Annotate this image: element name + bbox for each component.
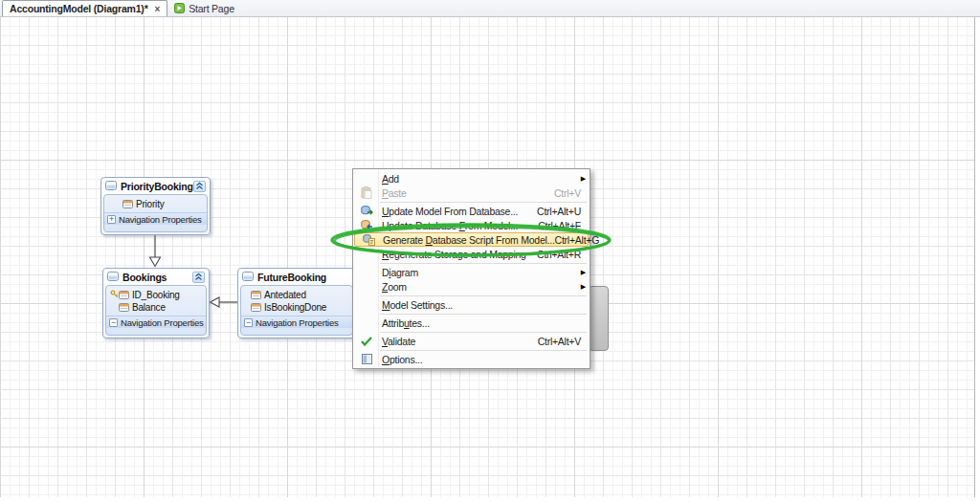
entity-priority-booking[interactable]: PriorityBooking Priority + Navigation Pr…: [100, 177, 211, 235]
navigation-properties-band[interactable]: + Navigation Properties: [104, 212, 207, 225]
menu-item-model-settings[interactable]: Model Settings...: [353, 297, 590, 312]
scalar-property-icon: [119, 302, 129, 314]
update-database-icon: [359, 219, 374, 231]
submenu-arrow-icon: ▶: [581, 269, 586, 276]
generate-script-icon: [361, 233, 376, 246]
property-row[interactable]: Balance: [106, 301, 206, 314]
scalar-property-icon: [119, 290, 129, 301]
navigation-properties-band[interactable]: − Navigation Properties: [241, 316, 352, 328]
entity-name: Bookings: [122, 272, 192, 283]
chevron-double-up-icon: [194, 273, 203, 281]
menu-separator: [380, 314, 587, 315]
entity-future-booking[interactable]: FutureBooking Antedated IsBookingDone − …: [237, 268, 356, 338]
property-row[interactable]: IsBookingDone: [241, 301, 352, 314]
menu-item-zoom[interactable]: Zoom ▶: [353, 279, 590, 294]
tab-accounting-model-diagram[interactable]: AccountingModel (Diagram1)* ×: [2, 0, 167, 16]
menu-separator: [380, 350, 587, 351]
entity-partially-hidden[interactable]: [589, 286, 609, 351]
entity-name: FutureBooking: [257, 272, 351, 283]
property-row[interactable]: Antedated: [241, 289, 352, 301]
collapse-icon[interactable]: −: [244, 318, 253, 327]
entity-header[interactable]: PriorityBooking: [101, 178, 210, 193]
primary-key-icon: [110, 290, 119, 300]
paste-icon: [359, 186, 374, 199]
menu-item-paste[interactable]: Paste Ctrl+V: [353, 186, 590, 200]
menu-separator: [380, 202, 587, 203]
menu-item-diagram[interactable]: Diagram ▶: [353, 265, 590, 279]
tab-label: AccountingModel (Diagram1)*: [10, 3, 148, 14]
collapse-icon[interactable]: −: [109, 318, 118, 327]
menu-item-regenerate-storage-mapping[interactable]: Regenerate Storage and Mapping Ctrl+Alt+…: [353, 247, 590, 261]
scalar-property-icon: [122, 199, 133, 210]
document-tab-bar: AccountingModel (Diagram1)* × Start Page: [0, 0, 980, 17]
entity-header[interactable]: Bookings: [103, 269, 209, 284]
update-model-icon: [359, 205, 374, 217]
entity-icon: [105, 181, 117, 192]
entity-icon: [107, 272, 119, 283]
entity-property-list: Antedated IsBookingDone − Navigation Pro…: [240, 285, 353, 336]
entity-bookings[interactable]: Bookings ID_Booking Balance − Navigation…: [102, 268, 210, 338]
close-icon[interactable]: ×: [155, 4, 161, 14]
collapse-entity-button[interactable]: [193, 181, 206, 192]
entity-icon: [242, 272, 254, 283]
tab-start-page[interactable]: Start Page: [167, 0, 241, 16]
chevron-double-up-icon: [195, 182, 204, 190]
entity-property-list: Priority + Navigation Properties: [103, 194, 208, 232]
entity-property-list: ID_Booking Balance − Navigation Properti…: [105, 285, 207, 336]
property-row[interactable]: Priority: [104, 198, 207, 210]
menu-separator: [380, 332, 587, 333]
options-icon: [359, 353, 374, 365]
menu-item-options[interactable]: Options...: [353, 352, 590, 366]
inheritance-connector-prioritybooking-bookings[interactable]: [150, 231, 161, 267]
submenu-arrow-icon: ▶: [581, 175, 586, 183]
submenu-arrow-icon: ▶: [581, 283, 586, 291]
menu-separator: [380, 295, 587, 296]
start-page-icon: [174, 3, 185, 13]
scalar-property-icon: [251, 302, 261, 314]
checkmark-icon: [359, 335, 374, 347]
navigation-properties-band[interactable]: − Navigation Properties: [106, 316, 206, 328]
inheritance-connector-futurebooking-bookings[interactable]: [211, 297, 241, 307]
menu-item-update-model-from-database[interactable]: Update Model From Database... Ctrl+Alt+U: [353, 204, 590, 218]
collapse-entity-button[interactable]: [192, 272, 205, 283]
scalar-property-icon: [251, 290, 261, 301]
entity-name: PriorityBooking: [121, 181, 193, 192]
menu-item-generate-database-script[interactable]: Generate Database Script From Model... C…: [354, 232, 589, 247]
menu-item-validate[interactable]: Validate Ctrl+Alt+V: [353, 334, 590, 348]
tab-label: Start Page: [189, 3, 234, 14]
property-row[interactable]: ID_Booking: [106, 289, 206, 301]
menu-item-attributes[interactable]: Attributes...: [353, 316, 590, 330]
menu-item-update-database-from-model[interactable]: Update Database From Model... Ctrl+Alt+F: [353, 218, 590, 232]
menu-item-add[interactable]: Add ▶: [353, 171, 590, 186]
menu-separator: [380, 263, 587, 264]
context-menu: Add ▶ Paste Ctrl+V Update Model From Dat…: [352, 168, 590, 369]
expand-icon[interactable]: +: [107, 215, 116, 224]
entity-header[interactable]: FutureBooking: [238, 269, 355, 284]
